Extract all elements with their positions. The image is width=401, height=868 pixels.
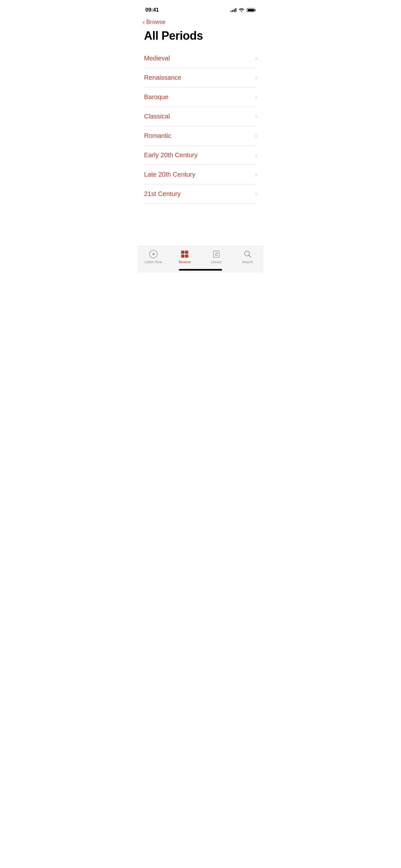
back-button[interactable]: ‹ Browse <box>137 16 172 27</box>
tab-library[interactable]: Library <box>205 250 227 264</box>
period-label: Late 20th Century <box>144 171 195 178</box>
tab-browse-label: Browse <box>179 260 191 264</box>
chevron-right-icon: › <box>255 94 257 100</box>
period-item[interactable]: Late 20th Century › <box>144 165 257 184</box>
status-time: 09:41 <box>145 7 159 13</box>
chevron-right-icon: › <box>255 152 257 159</box>
period-label: Romantic <box>144 132 171 140</box>
period-label: Classical <box>144 113 170 120</box>
page-title: All Periods <box>137 27 264 49</box>
chevron-right-icon: › <box>255 55 257 62</box>
period-item[interactable]: Romantic › <box>144 126 257 146</box>
svg-line-11 <box>249 255 251 258</box>
period-item[interactable]: Renaissance › <box>144 68 257 88</box>
chevron-right-icon: › <box>255 171 257 178</box>
tab-search[interactable]: Search <box>236 250 259 264</box>
period-item[interactable]: 21st Century › <box>144 184 257 204</box>
tab-listen-now-label: Listen Now <box>145 260 162 264</box>
chevron-right-icon: › <box>255 132 257 139</box>
period-label: Early 20th Century <box>144 151 197 159</box>
chevron-right-icon: › <box>255 190 257 197</box>
svg-marker-1 <box>153 253 155 255</box>
svg-point-7 <box>215 253 217 256</box>
library-icon <box>212 250 221 259</box>
search-icon <box>243 250 252 259</box>
period-label: 21st Century <box>144 190 181 197</box>
svg-rect-6 <box>213 251 219 257</box>
tab-bar: Listen Now Browse Library <box>137 246 264 267</box>
status-bar: 09:41 <box>137 0 264 16</box>
signal-icon <box>230 8 236 12</box>
tab-library-label: Library <box>211 260 222 264</box>
period-item[interactable]: Classical › <box>144 107 257 126</box>
battery-icon <box>247 8 256 12</box>
svg-line-8 <box>216 252 217 253</box>
tab-listen-now[interactable]: Listen Now <box>142 250 165 264</box>
period-label: Renaissance <box>144 74 181 82</box>
svg-rect-2 <box>181 251 184 254</box>
tab-search-label: Search <box>242 260 253 264</box>
listen-now-icon <box>149 250 158 259</box>
home-indicator <box>137 267 264 273</box>
chevron-right-icon: › <box>255 74 257 81</box>
period-item[interactable]: Baroque › <box>144 88 257 107</box>
content-spacer <box>137 225 264 246</box>
wifi-icon <box>239 8 244 12</box>
period-list: Medieval › Renaissance › Baroque › Class… <box>137 49 264 225</box>
status-icons <box>230 8 256 12</box>
back-chevron-icon: ‹ <box>143 19 145 25</box>
period-item[interactable]: Early 20th Century › <box>144 146 257 165</box>
period-label: Medieval <box>144 55 170 62</box>
period-label: Baroque <box>144 93 168 101</box>
svg-rect-4 <box>181 254 184 258</box>
tab-browse[interactable]: Browse <box>174 250 196 264</box>
chevron-right-icon: › <box>255 113 257 120</box>
svg-rect-5 <box>185 254 188 258</box>
period-item[interactable]: Medieval › <box>144 49 257 68</box>
back-label: Browse <box>146 19 166 26</box>
browse-icon <box>180 250 189 259</box>
svg-rect-3 <box>185 251 188 254</box>
